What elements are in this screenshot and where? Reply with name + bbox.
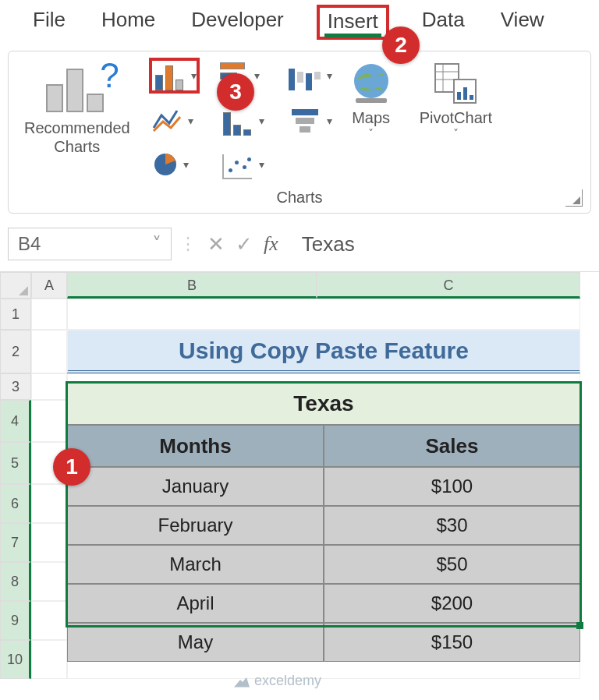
insert-function-button[interactable]: fx: [264, 232, 278, 256]
table-cell[interactable]: $150: [324, 623, 580, 662]
chevron-down-icon: ˅: [453, 127, 459, 140]
recommended-label-2: Charts: [54, 138, 100, 155]
row-header[interactable]: 3: [0, 373, 31, 400]
row-header[interactable]: 1: [0, 299, 31, 330]
column-header[interactable]: A: [31, 272, 67, 299]
svg-rect-10: [470, 95, 473, 100]
table-row: May$150: [67, 623, 580, 662]
sheet-title-cell[interactable]: Using Copy Paste Feature: [67, 330, 580, 373]
data-table: Texas Months Sales January$100February$3…: [67, 383, 580, 662]
ribbon-charts-group: ? Recommended Charts ▾ ▾ ▾: [8, 51, 591, 214]
question-icon: ?: [100, 56, 119, 95]
row-header[interactable]: 4: [0, 400, 31, 442]
callout-badge: 3: [217, 73, 254, 111]
cancel-formula-button[interactable]: ✕: [207, 232, 225, 256]
tab-view[interactable]: View: [498, 8, 548, 38]
chevron-down-icon: ▾: [191, 69, 197, 82]
row-header[interactable]: 10: [0, 640, 31, 679]
row-header[interactable]: 7: [0, 523, 31, 562]
worksheet-grid: A B C 12345678910 Using Copy Paste Featu…: [0, 271, 599, 679]
table-cell[interactable]: March: [67, 545, 324, 584]
chevron-down-icon: ▾: [188, 115, 193, 127]
formula-bar: B4 ˅ ⋮ ✕ ✓ fx Texas: [8, 228, 591, 260]
name-box[interactable]: B4 ˅: [8, 228, 172, 260]
table-cell[interactable]: $200: [324, 584, 580, 623]
column-header[interactable]: B: [67, 272, 317, 299]
column-headers: A B C: [0, 272, 599, 299]
insert-funnel-chart-button[interactable]: ▾: [285, 104, 335, 137]
row-header[interactable]: 8: [0, 562, 31, 601]
maps-button[interactable]: Maps ˅: [335, 56, 407, 140]
recommended-charts-button[interactable]: ? Recommended Charts: [16, 56, 138, 156]
table-cell[interactable]: $100: [324, 467, 580, 506]
table-cell[interactable]: February: [67, 506, 324, 545]
table-header-cell[interactable]: Sales: [324, 425, 580, 467]
scatter-chart-icon: [222, 154, 252, 179]
insert-line-chart-button[interactable]: ▾: [149, 104, 200, 137]
watermark: exceldemy: [234, 673, 321, 689]
tab-home[interactable]: Home: [98, 8, 158, 38]
svg-point-1: [354, 64, 388, 98]
chevron-down-icon: ˅: [368, 127, 374, 140]
bar-chart-icon: ?: [41, 61, 113, 115]
insert-scatter-chart-button[interactable]: ▾: [217, 148, 268, 181]
pie-chart-icon: [152, 151, 179, 178]
column-header[interactable]: C: [317, 272, 580, 299]
globe-icon: [348, 61, 395, 106]
row-header[interactable]: 2: [0, 330, 31, 373]
recommended-label-1: Recommended: [24, 119, 130, 136]
pivotchart-button[interactable]: PivotChart ˅: [407, 56, 505, 140]
maps-label: Maps: [352, 109, 390, 127]
watermark-icon: [234, 675, 250, 688]
menu-tabs: FileHomeDeveloperInsertDataView: [0, 0, 599, 40]
name-box-value: B4: [18, 233, 41, 255]
select-all-button[interactable]: [0, 272, 31, 299]
table-row: February$30: [67, 506, 580, 545]
cells-area[interactable]: Using Copy Paste Feature Texas Months Sa…: [31, 299, 599, 679]
insert-pie-chart-button[interactable]: ▾: [149, 148, 200, 181]
table-header-cell[interactable]: Months: [67, 425, 324, 467]
insert-column-bar-chart-button[interactable]: ▾: [149, 58, 200, 94]
chevron-down-icon: ▾: [183, 158, 189, 171]
table-cell[interactable]: January: [67, 467, 324, 506]
separator-icon: ⋮: [179, 234, 197, 254]
svg-rect-9: [463, 87, 467, 100]
enter-formula-button[interactable]: ✓: [236, 232, 253, 256]
ribbon-group-label: Charts: [16, 181, 583, 213]
svg-rect-2: [356, 98, 387, 103]
pivotchart-label: PivotChart: [420, 109, 492, 127]
table-title-cell[interactable]: Texas: [67, 383, 580, 425]
insert-waterfall-chart-button[interactable]: ▾: [285, 58, 335, 94]
formula-value[interactable]: Texas: [302, 232, 355, 256]
tab-file[interactable]: File: [30, 8, 69, 38]
table-cell[interactable]: May: [67, 623, 324, 662]
chevron-down-icon: ▾: [259, 158, 264, 171]
chevron-down-icon: ▾: [327, 115, 332, 127]
row-header[interactable]: 6: [0, 484, 31, 523]
table-cell[interactable]: $50: [324, 545, 580, 584]
tab-developer[interactable]: Developer: [188, 8, 287, 38]
chevron-down-icon: ▾: [327, 69, 332, 82]
table-row: March$50: [67, 545, 580, 584]
callout-badge: 1: [53, 448, 90, 486]
pivotchart-icon: [432, 61, 479, 106]
row-header[interactable]: 5: [0, 442, 31, 484]
dialog-launcher-button[interactable]: [565, 189, 583, 207]
callout-badge: 2: [382, 27, 420, 64]
table-row: April$200: [67, 584, 580, 623]
line-chart-icon: [152, 108, 183, 134]
row-header[interactable]: 9: [0, 601, 31, 640]
chevron-down-icon: ▾: [254, 69, 260, 82]
tab-insert[interactable]: Insert: [317, 5, 389, 40]
tab-data[interactable]: Data: [419, 8, 468, 38]
row-headers: 12345678910: [0, 299, 31, 679]
table-cell[interactable]: April: [67, 584, 324, 623]
chevron-down-icon: ˅: [152, 233, 161, 255]
table-cell[interactable]: $30: [324, 506, 580, 545]
table-row: January$100: [67, 467, 580, 506]
chevron-down-icon: ▾: [259, 115, 264, 127]
svg-rect-8: [457, 92, 461, 100]
